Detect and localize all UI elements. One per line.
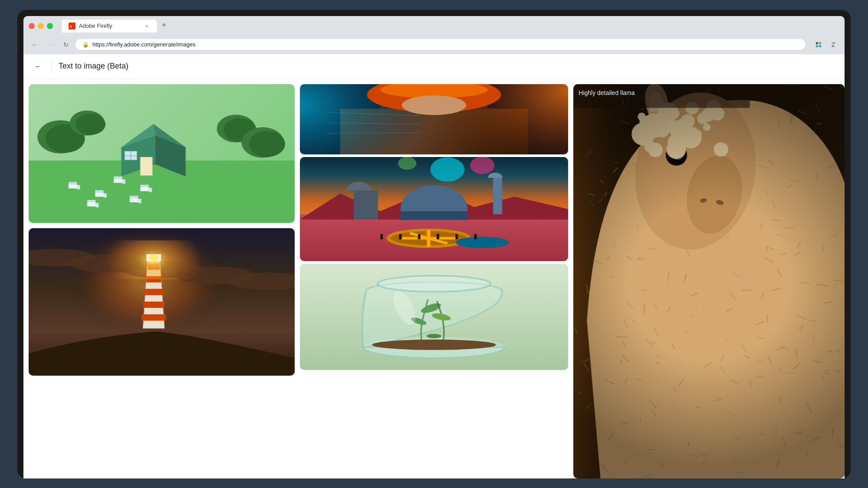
gallery-col-3: Highly detailed llama bbox=[571, 79, 845, 478]
page-back-button[interactable]: ← bbox=[32, 60, 44, 72]
gallery-col-2 bbox=[297, 79, 571, 478]
svg-rect-4 bbox=[819, 45, 821, 47]
laptop-frame: A Adobe Firefly × + ← → ↻ 🔒 https://fire… bbox=[17, 10, 851, 478]
gallery-area: Highly detailed llama bbox=[23, 79, 845, 478]
image-card-alien-city[interactable] bbox=[300, 157, 569, 261]
chrome-actions: Z bbox=[812, 39, 839, 51]
reload-button[interactable]: ↻ bbox=[60, 39, 72, 51]
page-content: ← Text to image (Beta) bbox=[23, 54, 845, 478]
tab-favicon-icon: A bbox=[69, 23, 76, 29]
close-window-button[interactable] bbox=[29, 23, 35, 29]
maximize-window-button[interactable] bbox=[47, 23, 53, 29]
tab-title: Adobe Firefly bbox=[79, 23, 140, 29]
image-card-house[interactable] bbox=[29, 84, 295, 223]
page-header: ← Text to image (Beta) bbox=[23, 54, 845, 79]
svg-rect-3 bbox=[816, 45, 818, 47]
gallery-grid: Highly detailed llama bbox=[23, 79, 845, 478]
svg-text:A: A bbox=[69, 24, 72, 29]
image-card-cyberpunk[interactable] bbox=[300, 84, 569, 154]
lock-icon: 🔒 bbox=[82, 42, 89, 48]
address-bar[interactable]: 🔒 https://firefly.adobe.com/generate/ima… bbox=[76, 39, 806, 50]
new-tab-button[interactable]: + bbox=[158, 20, 170, 32]
image-card-jar[interactable] bbox=[300, 264, 569, 370]
url-text: https://firefly.adobe.com/generate/image… bbox=[92, 41, 196, 48]
traffic-lights bbox=[29, 23, 53, 29]
profile-button[interactable]: Z bbox=[827, 39, 839, 51]
back-button[interactable]: ← bbox=[29, 39, 41, 51]
image-card-llama[interactable]: Highly detailed llama bbox=[573, 84, 845, 478]
llama-label: Highly detailed llama bbox=[579, 89, 635, 96]
tab-close-button[interactable]: × bbox=[143, 23, 150, 29]
tab-bar: A Adobe Firefly × + bbox=[62, 20, 170, 33]
forward-button[interactable]: → bbox=[44, 39, 56, 51]
main-area: Highly detailed llama bbox=[23, 79, 845, 478]
header-divider bbox=[51, 61, 52, 72]
svg-rect-1 bbox=[816, 42, 818, 44]
address-bar-row: ← → ↻ 🔒 https://firefly.adobe.com/genera… bbox=[23, 36, 845, 54]
active-tab[interactable]: A Adobe Firefly × bbox=[62, 20, 157, 33]
extensions-button[interactable] bbox=[812, 39, 825, 51]
gallery-col-1 bbox=[23, 79, 297, 478]
browser-window: A Adobe Firefly × + ← → ↻ 🔒 https://fire… bbox=[23, 16, 845, 478]
minimize-window-button[interactable] bbox=[38, 23, 44, 29]
svg-rect-2 bbox=[819, 42, 821, 44]
page-title: Text to image (Beta) bbox=[59, 62, 128, 71]
chrome-top-bar: A Adobe Firefly × + bbox=[23, 16, 845, 36]
image-card-lighthouse[interactable] bbox=[29, 228, 295, 376]
